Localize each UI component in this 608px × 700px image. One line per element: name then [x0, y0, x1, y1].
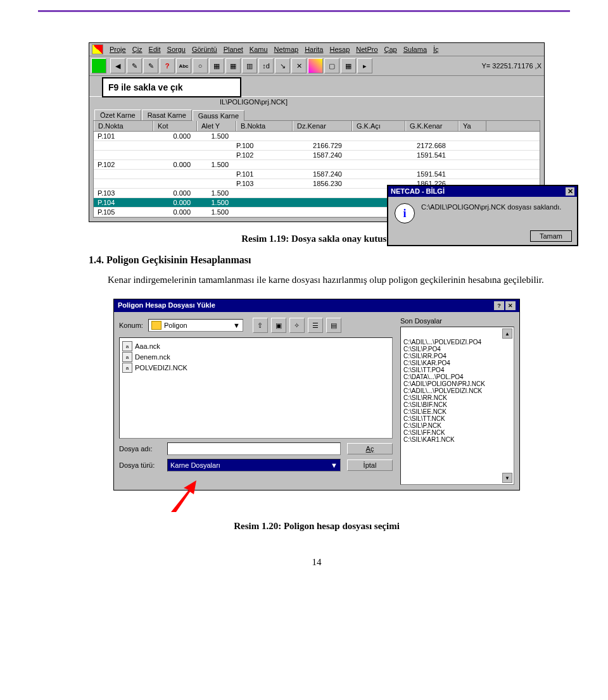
table-row[interactable]: P.1011587.2401591.541 — [94, 170, 540, 179]
col-ya[interactable]: Ya — [459, 121, 486, 131]
help-icon[interactable]: ? — [494, 301, 504, 310]
col-kot[interactable]: Kot — [153, 121, 197, 131]
up-folder-icon[interactable]: ⇧ — [253, 318, 268, 333]
col-alety[interactable]: Alet Y — [197, 121, 236, 131]
dialog-title: Poligon Hesap Dosyası Yükle — [118, 301, 215, 310]
ok-button[interactable]: Tamam — [530, 230, 572, 242]
table-row[interactable]: P.1020.0001.500 — [94, 160, 540, 170]
list-item[interactable]: C:\SIL\EE.NCK — [402, 408, 512, 415]
menu-planet[interactable]: Planet — [224, 46, 243, 53]
tab-rasat-karne[interactable]: Rasat Karne — [142, 109, 192, 120]
menu-proje[interactable]: Proje — [110, 46, 126, 53]
list-item[interactable]: C:\DATA\...\POL.PO4 — [402, 373, 512, 380]
list-item[interactable]: C:\SIL\FF.NCK — [402, 429, 512, 436]
annotation-arrow — [171, 480, 196, 512]
menu-cap[interactable]: Çap — [384, 46, 397, 53]
col-bnokta[interactable]: B.Nokta — [236, 121, 293, 131]
list-view-icon[interactable]: ☰ — [308, 318, 323, 333]
close-icon[interactable]: ✕ — [505, 301, 516, 310]
list-item[interactable]: C:\ADIL\POLIGON\PRJ.NCK — [402, 380, 512, 387]
toolbar-btn-2[interactable]: ◀ — [110, 58, 125, 73]
col-gkaci[interactable]: G.K.Açı — [352, 121, 405, 131]
toolbar-btn-1[interactable] — [91, 58, 106, 73]
menu-ic[interactable]: İç — [433, 46, 439, 53]
file-icon: a — [122, 352, 132, 362]
menu-harita[interactable]: Harita — [305, 46, 323, 53]
file-list[interactable]: aAaa.nckaDenem.nckaPOLVEDIZI.NCK — [119, 337, 393, 439]
toolbar-btn-13[interactable] — [308, 58, 323, 73]
konum-label: Konum: — [119, 322, 143, 329]
col-dnokta[interactable]: D.Nokta — [94, 121, 153, 131]
file-name-input[interactable] — [167, 442, 341, 455]
list-item[interactable]: C:\SIL\RR.NCK — [402, 394, 512, 401]
menu-edit[interactable]: Edit — [149, 46, 161, 53]
list-item[interactable]: C:\SIL\KAR.PO4 — [402, 359, 512, 366]
list-item[interactable]: C:\ADIL\...\POLVEDIZI.PO4 — [402, 339, 512, 346]
list-item[interactable]: C:\SIL\KAR1.NCK — [402, 436, 512, 443]
list-item[interactable]: C:\SIL\P.PO4 — [402, 346, 512, 353]
tab-ozet-karne[interactable]: Özet Karne — [94, 109, 141, 120]
inner-title: IL\POLIGON\prj.NCK] — [89, 96, 544, 107]
list-item[interactable]: C:\SIL\RR.PO4 — [402, 353, 512, 359]
toolbar-btn-4[interactable]: ✎ — [143, 58, 158, 73]
table-row[interactable]: P.1010.0001.500 — [94, 132, 540, 141]
menu-sorgu[interactable]: Sorgu — [167, 46, 186, 53]
toolbar-btn-15[interactable]: ▦ — [341, 58, 356, 73]
list-item[interactable]: C:\ADIL\...\POLVEDIZI.NCK — [402, 387, 512, 394]
toolbar-btn-7[interactable]: ▦ — [209, 58, 224, 73]
menu-kamu[interactable]: Kamu — [250, 46, 268, 53]
toolbar-btn-more[interactable]: ▸ — [357, 58, 372, 73]
scroll-down-icon[interactable]: ▼ — [502, 473, 512, 483]
list-item[interactable]: aPOLVEDIZI.NCK — [122, 363, 390, 373]
list-item[interactable]: aAaa.nck — [122, 341, 390, 351]
toolbar-btn-abc[interactable]: Abc — [176, 58, 191, 73]
menu-sulama[interactable]: Sulama — [403, 46, 427, 53]
col-dzkenar[interactable]: Dz.Kenar — [293, 121, 352, 131]
list-item[interactable]: C:\SIL\TT.NCK — [402, 415, 512, 422]
table-row[interactable]: P.1021587.2401591.541 — [94, 151, 540, 160]
close-icon[interactable]: ✕ — [566, 187, 574, 196]
new-folder-icon[interactable]: ✧ — [289, 318, 305, 333]
file-dialog: Poligon Hesap Dosyası Yükle ? ✕ Konum: P… — [113, 299, 520, 491]
toolbar-btn-14[interactable]: ▢ — [324, 58, 339, 73]
toolbar-btn-8[interactable]: ▦ — [225, 58, 241, 73]
grid-header: D.Nokta Kot Alet Y B.Nokta Dz.Kenar G.K.… — [94, 121, 540, 132]
folder-icon — [151, 321, 162, 330]
toolbar-btn-help[interactable]: ? — [160, 58, 175, 73]
menu-goruntu[interactable]: Görüntü — [192, 46, 217, 53]
toolbar: ◀ ✎ ✎ ? Abc ○ ▦ ▦ ▥ ↕d ↘ ✕ ▢ ▦ ▸ Y= 3225… — [89, 56, 544, 76]
toolbar-btn-3[interactable]: ✎ — [127, 58, 142, 73]
detail-view-icon[interactable]: ▤ — [326, 318, 341, 333]
cancel-button[interactable]: İptal — [347, 459, 393, 471]
folder-select[interactable]: Poligon ▼ — [148, 319, 243, 332]
toolbar-btn-11[interactable]: ↘ — [275, 58, 290, 73]
list-item[interactable]: C:\SIL\BIF.NCK — [402, 401, 512, 408]
open-button[interactable]: Aç — [347, 443, 393, 454]
netcad-window: Proje Çiz Edit Sorgu Görüntü Planet Kamu… — [89, 42, 545, 222]
toolbar-btn-6[interactable]: ○ — [193, 58, 208, 73]
menu-ciz[interactable]: Çiz — [132, 46, 142, 53]
f9-tooltip: F9 ile sakla ve çık — [102, 77, 241, 97]
list-item[interactable]: C:\SIL\P.NCK — [402, 422, 512, 429]
recent-label: Son Dosyalar — [400, 317, 514, 325]
app-icon — [92, 44, 103, 54]
table-row[interactable]: P.1002166.7292172.668 — [94, 141, 540, 151]
menu-netpro[interactable]: NetPro — [356, 46, 377, 53]
file-type-select[interactable]: Karne Dosyaları▼ — [167, 459, 341, 472]
desktop-icon[interactable]: ▣ — [271, 318, 286, 333]
list-item[interactable]: aDenem.nck — [122, 352, 390, 362]
list-item[interactable]: C:\SIL\TT.PO4 — [402, 366, 512, 373]
toolbar-btn-9[interactable]: ▥ — [242, 58, 257, 73]
tab-gauss-karne[interactable]: Gauss Karne — [193, 110, 244, 121]
col-gkkenar[interactable]: G.K.Kenar — [405, 121, 459, 131]
section-title: 1.4. Poligon Geçkisinin Hesaplanması — [89, 254, 545, 266]
figure2-caption: Resim 1.20: Poligon hesap dosyası seçimi — [89, 521, 545, 532]
menu-netmap[interactable]: Netmap — [274, 46, 299, 53]
file-name-label: Dosya adı: — [119, 445, 161, 453]
scroll-up-icon[interactable]: ▲ — [502, 328, 512, 339]
menu-hesap[interactable]: Hesap — [329, 46, 350, 53]
recent-files-list[interactable]: ▲C:\ADIL\...\POLVEDIZI.PO4C:\SIL\P.PO4C:… — [400, 327, 514, 485]
file-icon: a — [122, 341, 132, 351]
toolbar-btn-12[interactable]: ✕ — [291, 58, 307, 73]
toolbar-btn-10[interactable]: ↕d — [258, 58, 274, 73]
